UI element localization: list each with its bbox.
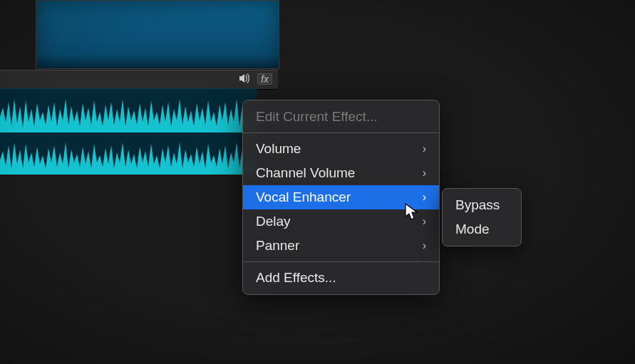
menu-item-vocal-enhancer[interactable]: Vocal Enhancer › <box>243 185 439 209</box>
menu-item-volume[interactable]: Volume › <box>243 137 439 161</box>
menu-item-label: Vocal Enhancer <box>256 189 351 205</box>
timeline-track-area: fx <box>0 0 271 178</box>
waveform-channel-2 <box>0 135 257 175</box>
menu-item-add-effects[interactable]: Add Effects... <box>243 266 439 290</box>
menu-item-label: Add Effects... <box>256 270 336 286</box>
chevron-right-icon: › <box>423 167 426 180</box>
menu-item-channel-volume[interactable]: Channel Volume › <box>243 161 439 185</box>
submenu-item-bypass[interactable]: Bypass <box>443 193 521 217</box>
menu-item-label: Volume <box>256 141 301 157</box>
effects-context-menu[interactable]: Edit Current Effect... Volume › Channel … <box>242 100 440 295</box>
audio-clip[interactable] <box>0 88 257 175</box>
menu-item-label: Delay <box>256 214 291 229</box>
menu-header-label: Edit Current Effect... <box>256 109 378 125</box>
submenu-item-mode[interactable]: Mode <box>443 217 521 241</box>
vocal-enhancer-submenu[interactable]: Bypass Mode <box>442 188 522 246</box>
menu-item-panner[interactable]: Panner › <box>243 234 439 258</box>
menu-separator <box>243 132 439 133</box>
menu-separator <box>243 261 439 262</box>
chevron-right-icon: › <box>423 191 426 204</box>
video-clip[interactable] <box>36 0 279 69</box>
chevron-right-icon: › <box>423 239 426 252</box>
chevron-right-icon: › <box>423 142 426 155</box>
submenu-item-label: Mode <box>455 222 490 237</box>
menu-item-label: Channel Volume <box>256 165 355 181</box>
menu-header-edit-current-effect: Edit Current Effect... <box>243 105 439 129</box>
track-header-divider: fx <box>0 70 278 90</box>
menu-item-delay[interactable]: Delay › <box>243 209 439 234</box>
submenu-item-label: Bypass <box>455 197 500 213</box>
waveform-channel-1 <box>0 93 257 132</box>
chevron-right-icon: › <box>423 215 426 228</box>
fx-icon[interactable]: fx <box>257 73 272 85</box>
speaker-icon[interactable] <box>239 73 250 85</box>
menu-item-label: Panner <box>256 238 299 254</box>
